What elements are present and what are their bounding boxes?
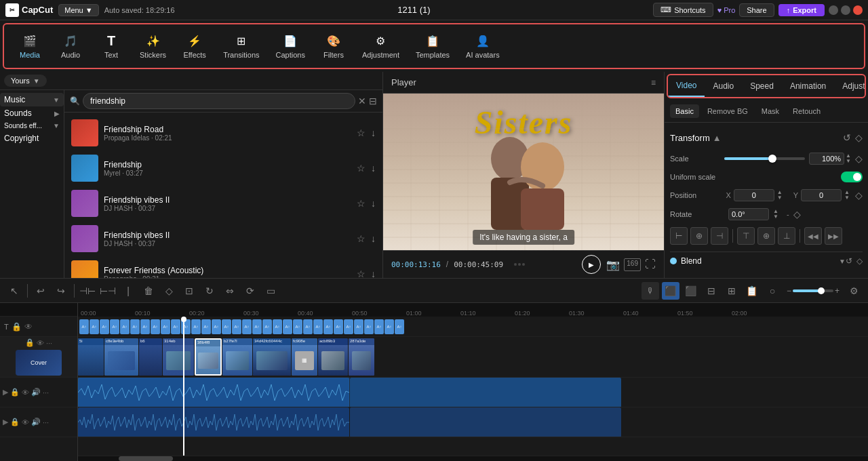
text-clip[interactable]: A↑	[171, 319, 180, 334]
download-icon[interactable]: ↓	[371, 163, 376, 174]
toolbar-templates[interactable]: 📋 Templates	[408, 31, 458, 62]
blend-keyframe[interactable]: ◇	[856, 256, 863, 266]
tl-tool-5[interactable]: 📋	[743, 282, 761, 300]
media-clip[interactable]: 314eb	[163, 338, 194, 376]
text-clip[interactable]: A↑	[374, 319, 384, 334]
category-sounds-eff[interactable]: Sounds eff... ▼	[0, 120, 64, 132]
tl-tool-4[interactable]: ⊞	[723, 282, 741, 300]
filter-icon[interactable]: ⊟	[369, 96, 377, 106]
text-clip[interactable]: A↑	[395, 319, 404, 334]
tab-yours[interactable]: Yours ▼	[4, 75, 47, 87]
tl-settings[interactable]: ⚙	[845, 282, 863, 300]
text-clip[interactable]: A↑	[151, 319, 160, 334]
audio-eye-icon[interactable]: 👁	[22, 388, 29, 397]
share-button[interactable]: Share	[739, 3, 774, 17]
pos-x-down[interactable]: ▼	[777, 195, 783, 201]
download-icon[interactable]: ↓	[371, 127, 376, 138]
text-clip[interactable]: A↑	[354, 319, 363, 334]
tab-adjustment[interactable]: Adjustment	[834, 76, 866, 96]
crop-tool[interactable]: ⊡	[180, 282, 198, 300]
text-clip[interactable]: A↑	[313, 319, 323, 334]
toolbar-effects[interactable]: ⚡ Effects	[174, 31, 215, 62]
microphone-button[interactable]: 🎙	[642, 282, 659, 300]
lock-icon[interactable]: 🔒	[12, 322, 22, 332]
align-left[interactable]: ⊢	[670, 227, 688, 245]
text-clip[interactable]: A↑	[161, 319, 170, 334]
pos-y-down[interactable]: ▼	[844, 195, 850, 201]
media-lock-icon[interactable]: 🔒	[25, 338, 35, 347]
text-clip[interactable]: A↑	[212, 319, 221, 334]
search-input[interactable]	[83, 93, 355, 109]
keyframe-icon[interactable]: ◇	[855, 132, 863, 143]
rotate-tool[interactable]: ⟳	[241, 282, 259, 300]
download-icon[interactable]: ↓	[371, 268, 376, 278]
text-clip[interactable]: A↑	[191, 319, 201, 334]
audio-lock-icon[interactable]: 🔒	[10, 388, 20, 397]
text-clip[interactable]: A↑	[364, 319, 374, 334]
tab-video[interactable]: Video	[668, 75, 705, 97]
text-clip[interactable]: A↑	[140, 319, 150, 334]
media-clip[interactable]: 34d42fc60444c	[253, 338, 291, 376]
scale-slider[interactable]	[724, 157, 805, 160]
text-clip[interactable]: A↑	[262, 319, 272, 334]
toolbar-text[interactable]: T Text	[91, 31, 132, 62]
position-y-input[interactable]	[801, 189, 842, 201]
zoom-thumb[interactable]	[818, 287, 825, 294]
subtab-remove-bg[interactable]: Remove BG	[702, 104, 753, 118]
export-button[interactable]: ↑ Export	[778, 4, 825, 16]
text-clip[interactable]: A↑	[323, 319, 333, 334]
scrollbar-thumb[interactable]	[119, 456, 173, 461]
list-item[interactable]: Friendship Road Propaga Idelas · 02:21 ☆…	[64, 115, 382, 151]
speed-tool[interactable]: ▭	[262, 282, 279, 300]
align-prev[interactable]: ◀◀	[804, 227, 822, 245]
player-menu-icon[interactable]: ≡	[651, 78, 656, 87]
blend-arrow[interactable]: ▼	[839, 258, 846, 265]
toolbar-media[interactable]: 🎬 Media	[9, 31, 50, 62]
tab-animation[interactable]: Animation	[782, 76, 834, 96]
blend-reset[interactable]: ↺	[846, 256, 852, 266]
timeline-scrollbar[interactable]	[78, 456, 868, 461]
category-copyright[interactable]: Copyright	[0, 132, 64, 145]
text-clip[interactable]: A↑	[90, 319, 99, 334]
rotate-keyframe[interactable]: ◇	[793, 209, 801, 220]
audio2-more-icon[interactable]: ···	[43, 418, 49, 426]
fullscreen-icon[interactable]: ⛶	[645, 258, 656, 271]
favorite-icon[interactable]: ☆	[357, 233, 366, 244]
zoom-plus[interactable]: +	[835, 286, 840, 296]
media-clip[interactable]: c8e3e4bb	[104, 338, 138, 376]
toolbar-stickers[interactable]: ✨ Stickers	[132, 31, 174, 62]
audio2-eye-icon[interactable]: 👁	[22, 418, 29, 426]
pro-button[interactable]: ♥ Pro	[717, 6, 736, 14]
audio-play-icon[interactable]: ▶	[3, 388, 8, 397]
text-clip[interactable]: A↑	[283, 319, 292, 334]
favorite-icon[interactable]: ☆	[357, 268, 366, 278]
media-eye-icon[interactable]: 👁	[37, 339, 44, 347]
position-keyframe[interactable]: ◇	[855, 190, 863, 201]
align-bottom[interactable]: ⊥	[778, 227, 795, 245]
subtab-mask[interactable]: Mask	[756, 104, 785, 118]
media-clip[interactable]: b6	[139, 338, 162, 376]
zoom-minus[interactable]: −	[787, 286, 791, 296]
tl-tool-1[interactable]: ⬛	[662, 282, 679, 300]
delete-tool[interactable]: 🗑	[140, 282, 157, 300]
bookmark-tool[interactable]: ◇	[160, 282, 178, 300]
scale-down[interactable]: ▼	[846, 159, 851, 164]
media-clip[interactable]: fc908e ▦	[292, 338, 317, 376]
scale-thumb[interactable]	[768, 155, 776, 163]
rotate-input[interactable]	[728, 208, 769, 220]
text-clip[interactable]: A↑	[201, 319, 211, 334]
screenshot-icon[interactable]: 📷	[606, 258, 620, 271]
position-x-input[interactable]	[734, 189, 774, 201]
zoom-slider[interactable]	[793, 289, 833, 292]
text-clip[interactable]: A↑	[344, 319, 353, 334]
text-clip[interactable]: A↑	[100, 319, 109, 334]
text-clip[interactable]: A↑	[252, 319, 262, 334]
audio-more-icon[interactable]: ···	[43, 388, 49, 397]
scale-keyframe[interactable]: ◇	[855, 153, 863, 164]
text-clip[interactable]: A↑	[334, 319, 343, 334]
category-sounds[interactable]: Sounds ▶	[0, 106, 64, 120]
favorite-icon[interactable]: ☆	[357, 198, 366, 209]
text-clip[interactable]: A↑	[384, 319, 394, 334]
toolbar-audio[interactable]: 🎵 Audio	[50, 31, 91, 62]
text-clip[interactable]: A↑	[242, 319, 252, 334]
